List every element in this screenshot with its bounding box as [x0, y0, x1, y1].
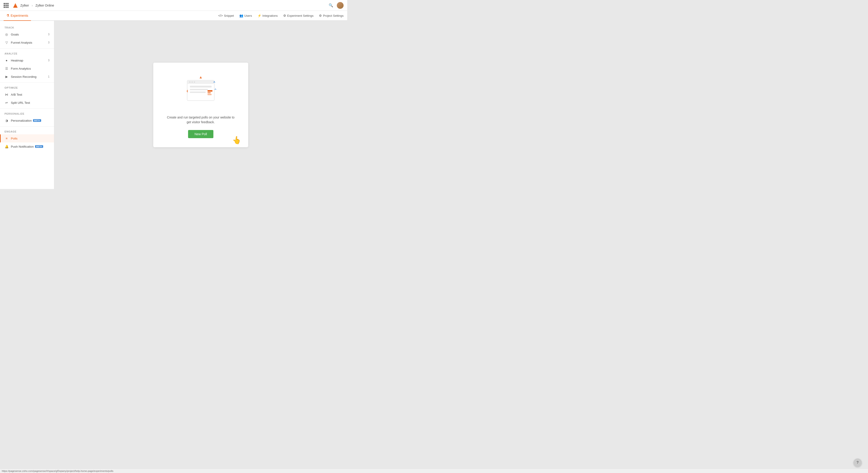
brand-name[interactable]: Zylker: [20, 4, 29, 7]
integrations-action[interactable]: ⚡ Integrations: [257, 14, 278, 18]
polls-icon: ≡: [4, 136, 8, 140]
layout: TRACK ◎ Goals 3 ▽ Funnel Analysis 3 ANAL…: [0, 21, 347, 189]
experiment-settings-icon: ⚙: [283, 14, 286, 18]
avatar-image: [337, 2, 344, 9]
split-url-icon: ⇌: [4, 100, 8, 105]
svg-point-4: [189, 81, 191, 83]
personalization-icon: ◑: [4, 118, 8, 122]
sidebar-item-ab-test[interactable]: ⋈ A/B Test: [0, 90, 54, 98]
tab-experiments[interactable]: ⚗ Experiments: [4, 11, 31, 21]
goals-label: Goals: [11, 33, 19, 36]
svg-marker-13: [199, 76, 202, 79]
divider-3: [0, 109, 54, 109]
push-notification-label: Push Notification: [11, 145, 34, 148]
section-optimize-label: OPTIMIZE: [0, 85, 54, 90]
snippet-label: Snippet: [224, 14, 234, 18]
card-description: Create and run targeted polls on your we…: [167, 115, 235, 125]
heatmap-label: Heatmap: [11, 59, 23, 62]
users-action[interactable]: 👥 Users: [239, 14, 252, 18]
heatmap-icon: ●: [4, 58, 8, 62]
integrations-label: Integrations: [262, 14, 278, 18]
project-settings-icon: ⚙: [319, 14, 322, 18]
personalization-label: Personalization: [11, 119, 32, 122]
apps-grid-icon[interactable]: [4, 3, 8, 8]
divider-4: [0, 126, 54, 127]
svg-rect-8: [190, 89, 208, 90]
section-analyze-label: ANALYZE: [0, 51, 54, 56]
funnel-label: Funnel Analysis: [11, 41, 32, 44]
navbar: ⚗ Experiments </> Snippet 👥 Users ⚡ Inte…: [0, 11, 347, 21]
project-settings-action[interactable]: ⚙ Project Settings: [319, 14, 344, 18]
tab-experiments-label: Experiments: [11, 14, 28, 18]
svg-rect-3: [187, 80, 214, 84]
push-notification-icon: 🔔: [4, 145, 8, 149]
sidebar-item-personalization[interactable]: ◑ Personalization BETA: [0, 116, 54, 125]
sidebar-item-heatmap[interactable]: ● Heatmap 3: [0, 56, 54, 64]
experiment-settings-action[interactable]: ⚙ Experiment Settings: [283, 14, 313, 18]
form-analytics-icon: ☰: [4, 66, 8, 70]
svg-rect-7: [190, 86, 212, 88]
sidebar-item-polls[interactable]: ≡ Polls: [0, 134, 54, 143]
snippet-icon: </>: [218, 14, 223, 18]
split-url-test-label: Split URL Test: [11, 101, 30, 105]
experiment-settings-label: Experiment Settings: [287, 14, 313, 18]
svg-marker-15: [214, 88, 217, 90]
cursor-hand-icon: 👆: [232, 135, 242, 145]
personalization-beta-badge: BETA: [33, 119, 41, 122]
svg-point-6: [194, 81, 195, 83]
main-content: Create and run targeted polls on your we…: [54, 21, 347, 189]
sidebar-item-funnel-analysis[interactable]: ▽ Funnel Analysis 3: [0, 38, 54, 47]
goals-badge: 3: [48, 33, 50, 36]
svg-rect-11: [208, 92, 211, 93]
ab-test-icon: ⋈: [4, 92, 8, 96]
topbar-right: 🔍: [329, 2, 344, 9]
experiments-icon: ⚗: [6, 13, 9, 18]
svg-rect-12: [208, 94, 212, 95]
heatmap-badge: 3: [48, 59, 50, 62]
breadcrumb-sep: ›: [32, 4, 33, 7]
snippet-action[interactable]: </> Snippet: [218, 14, 234, 18]
project-settings-label: Project Settings: [323, 14, 344, 18]
ab-test-label: A/B Test: [11, 93, 22, 96]
svg-rect-10: [208, 90, 213, 92]
session-recording-badge: 1: [48, 75, 50, 78]
polls-illustration: [178, 73, 223, 110]
section-personalize-label: PERSONALIZE: [0, 111, 54, 116]
navbar-actions: </> Snippet 👥 Users ⚡ Integrations ⚙ Exp…: [218, 14, 344, 18]
sidebar-item-form-analytics[interactable]: ☰ Form Analytics: [0, 64, 54, 72]
empty-state-card: Create and run targeted polls on your we…: [153, 63, 248, 147]
users-label: Users: [244, 14, 252, 18]
svg-point-5: [191, 81, 193, 83]
topbar-left: Zylker › Zylker Online: [4, 2, 54, 8]
section-engage-label: ENGAGE: [0, 128, 54, 134]
project-name[interactable]: Zylker Online: [35, 4, 54, 7]
sidebar-item-session-recording[interactable]: ▶ Session Recording 1: [0, 72, 54, 81]
push-notification-beta-badge: BETA: [35, 145, 43, 148]
navbar-tabs: ⚗ Experiments: [4, 11, 31, 20]
sidebar: TRACK ◎ Goals 3 ▽ Funnel Analysis 3 ANAL…: [0, 21, 54, 189]
session-recording-icon: ▶: [4, 75, 8, 79]
avatar[interactable]: [337, 2, 344, 9]
logo-icon: [12, 2, 19, 8]
topbar: Zylker › Zylker Online 🔍: [0, 0, 347, 11]
funnel-badge: 3: [48, 41, 50, 44]
polls-label: Polls: [11, 137, 18, 140]
search-icon[interactable]: 🔍: [329, 3, 333, 7]
session-recording-label: Session Recording: [11, 75, 36, 79]
sidebar-item-push-notification[interactable]: 🔔 Push Notification BETA: [0, 143, 54, 151]
section-track-label: TRACK: [0, 24, 54, 30]
sidebar-item-split-url-test[interactable]: ⇌ Split URL Test: [0, 98, 54, 107]
svg-rect-9: [190, 92, 206, 93]
form-analytics-label: Form Analytics: [11, 67, 31, 70]
sidebar-item-goals[interactable]: ◎ Goals 3: [0, 30, 54, 38]
new-poll-button[interactable]: New Poll: [188, 130, 213, 138]
integrations-icon: ⚡: [257, 14, 261, 18]
users-icon: 👥: [239, 14, 243, 18]
goals-icon: ◎: [4, 32, 8, 36]
funnel-icon: ▽: [4, 40, 8, 45]
